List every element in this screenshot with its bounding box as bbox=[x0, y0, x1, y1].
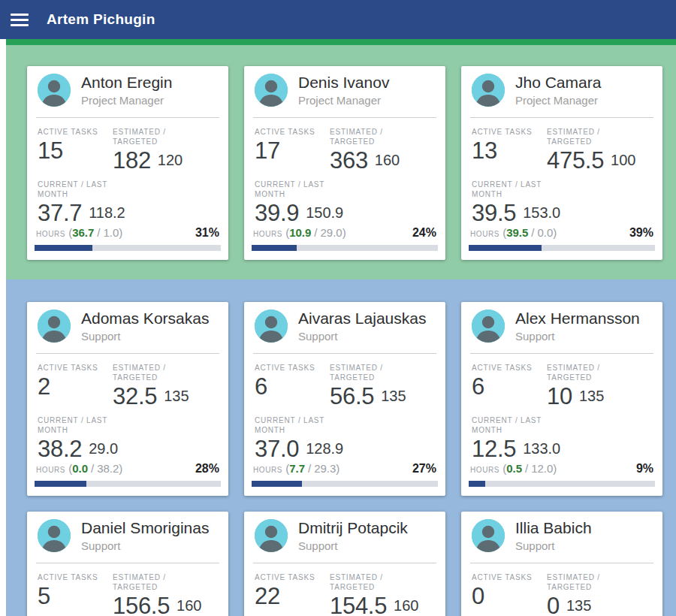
hours-current-value: 10.9 bbox=[289, 226, 311, 239]
member-identity: Denis Ivanov Project Manager bbox=[298, 74, 389, 107]
menu-icon[interactable] bbox=[11, 11, 29, 29]
close-paren: ) bbox=[553, 226, 557, 239]
project-managers-section: Anton Eregin Project Manager ACTIVE TASK… bbox=[6, 45, 676, 279]
person-icon bbox=[255, 519, 288, 552]
card-header: Dmitrij Potapcik Support bbox=[244, 518, 445, 554]
estimated-value: 10 bbox=[547, 384, 572, 409]
member-role: Support bbox=[298, 330, 426, 343]
member-card[interactable]: Aivaras Lajauskas Support ACTIVE TASKS 6… bbox=[244, 302, 445, 496]
hours-last-value: 38.2 bbox=[97, 462, 119, 475]
percent-value: 28% bbox=[195, 462, 219, 476]
hours-slash: / bbox=[531, 226, 534, 239]
member-role: Project Manager bbox=[81, 94, 172, 107]
current-last-month-label: CURRENT / LAST MONTH bbox=[255, 180, 337, 199]
member-card[interactable]: Dmitrij Potapcik Support ACTIVE TASKS 22… bbox=[244, 512, 445, 616]
active-tasks-label: ACTIVE TASKS bbox=[38, 572, 113, 582]
stats-block: ACTIVE TASKS 2 ESTIMATED / TARGETED 32.5… bbox=[27, 354, 228, 462]
stats-block: ACTIVE TASKS 6 ESTIMATED / TARGETED 56.5… bbox=[244, 354, 445, 462]
estimated-targeted-stat: ESTIMATED / TARGETED 363 160 bbox=[330, 127, 400, 174]
estimated-targeted-stat: ESTIMATED / TARGETED 32.5 135 bbox=[113, 363, 189, 409]
member-name: Anton Eregin bbox=[81, 74, 172, 92]
stats-block: ACTIVE TASKS 6 ESTIMATED / TARGETED 10 1… bbox=[461, 354, 662, 462]
hours-label: HOURS bbox=[253, 466, 282, 474]
member-card[interactable]: Anton Eregin Project Manager ACTIVE TASK… bbox=[27, 66, 228, 260]
hours-slash: / bbox=[97, 226, 100, 239]
hours-summary: HOURS(10.9/29.0) bbox=[253, 226, 346, 239]
person-icon bbox=[255, 310, 288, 343]
avatar bbox=[255, 74, 288, 107]
hours-row: HOURS(0.0/38.2) 28% bbox=[27, 462, 228, 476]
current-month-value: 37.0 bbox=[255, 436, 299, 462]
current-last-month-label: CURRENT / LAST MONTH bbox=[38, 180, 120, 199]
person-icon bbox=[38, 519, 71, 552]
estimated-value: 32.5 bbox=[113, 384, 157, 409]
hours-slash: / bbox=[91, 462, 94, 475]
progress-fill bbox=[35, 481, 86, 487]
active-tasks-value: 6 bbox=[255, 374, 330, 400]
targeted-value: 160 bbox=[177, 597, 201, 614]
member-card[interactable]: Alex Hermansson Support ACTIVE TASKS 6 E… bbox=[461, 302, 662, 496]
targeted-value: 135 bbox=[164, 388, 189, 405]
member-card[interactable]: Adomas Korsakas Support ACTIVE TASKS 2 E… bbox=[27, 302, 228, 496]
current-month-value: 38.2 bbox=[38, 436, 82, 462]
estimated-targeted-stat: ESTIMATED / TARGETED 156.5 160 bbox=[113, 572, 201, 616]
member-role: Project Manager bbox=[515, 94, 601, 107]
active-tasks-label: ACTIVE TASKS bbox=[472, 363, 547, 373]
progress-bar bbox=[252, 481, 438, 487]
percent-value: 27% bbox=[412, 462, 436, 476]
last-month-value: 29.0 bbox=[89, 440, 118, 457]
targeted-value: 135 bbox=[381, 388, 406, 405]
targeted-value: 135 bbox=[579, 388, 604, 405]
person-icon bbox=[38, 74, 71, 107]
current-last-month-stat: CURRENT / LAST MONTH 37.0 128.9 bbox=[255, 415, 435, 462]
hours-label: HOURS bbox=[36, 466, 65, 474]
card-header: Illia Babich Support bbox=[461, 518, 662, 554]
active-tasks-value: 22 bbox=[255, 584, 330, 609]
member-role: Support bbox=[81, 330, 209, 343]
support-section: Adomas Korsakas Support ACTIVE TASKS 2 E… bbox=[6, 279, 676, 616]
close-paren: ) bbox=[336, 462, 340, 475]
hours-label: HOURS bbox=[470, 466, 499, 474]
active-tasks-label: ACTIVE TASKS bbox=[255, 572, 330, 582]
stats-block: ACTIVE TASKS 5 ESTIMATED / TARGETED 156.… bbox=[27, 563, 228, 616]
progress-fill bbox=[252, 245, 297, 251]
progress-bar bbox=[469, 245, 655, 251]
hours-last-value: 1.0 bbox=[104, 226, 119, 239]
percent-value: 24% bbox=[412, 226, 436, 240]
member-card[interactable]: Jho Camara Project Manager ACTIVE TASKS … bbox=[461, 66, 662, 260]
hours-last-value: 29.0 bbox=[321, 226, 343, 239]
current-month-value: 12.5 bbox=[472, 436, 516, 462]
active-tasks-value: 17 bbox=[255, 138, 330, 164]
hours-summary: HOURS(7.7/29.3) bbox=[253, 462, 340, 475]
stats-block: ACTIVE TASKS 15 ESTIMATED / TARGETED 182… bbox=[27, 118, 228, 226]
person-icon bbox=[255, 74, 288, 107]
member-card[interactable]: Illia Babich Support ACTIVE TASKS 0 ESTI… bbox=[461, 512, 662, 616]
estimated-targeted-stat: ESTIMATED / TARGETED 475.5 100 bbox=[547, 127, 635, 174]
member-card[interactable]: Daniel Smoriginas Support ACTIVE TASKS 5… bbox=[27, 512, 228, 616]
active-tasks-stat: ACTIVE TASKS 22 bbox=[255, 572, 330, 616]
current-last-month-stat: CURRENT / LAST MONTH 39.5 153.0 bbox=[472, 180, 652, 226]
progress-fill bbox=[469, 481, 485, 487]
percent-value: 31% bbox=[195, 226, 219, 240]
member-name: Illia Babich bbox=[515, 519, 592, 537]
member-role: Support bbox=[81, 539, 209, 552]
targeted-value: 100 bbox=[611, 152, 635, 169]
hours-label: HOURS bbox=[36, 230, 65, 238]
card-header: Anton Eregin Project Manager bbox=[27, 72, 228, 108]
avatar bbox=[38, 74, 71, 107]
member-card[interactable]: Denis Ivanov Project Manager ACTIVE TASK… bbox=[244, 66, 445, 260]
hours-summary: HOURS(0.0/38.2) bbox=[36, 462, 122, 475]
targeted-value: 160 bbox=[394, 597, 418, 614]
estimated-targeted-stat: ESTIMATED / TARGETED 154.5 160 bbox=[330, 572, 418, 616]
active-tasks-value: 5 bbox=[38, 584, 113, 609]
main-content: Anton Eregin Project Manager ACTIVE TASK… bbox=[6, 39, 676, 616]
hours-slash: / bbox=[308, 462, 311, 475]
hours-current-value: 36.7 bbox=[72, 226, 94, 239]
hours-summary: HOURS(36.7/1.0) bbox=[36, 226, 122, 239]
member-role: Project Manager bbox=[298, 94, 389, 107]
progress-bar bbox=[35, 481, 221, 487]
stats-block: ACTIVE TASKS 0 ESTIMATED / TARGETED 0 13… bbox=[461, 563, 662, 616]
close-paren: ) bbox=[553, 462, 557, 475]
estimated-targeted-label: ESTIMATED / TARGETED bbox=[330, 572, 399, 592]
progress-bar bbox=[469, 481, 655, 487]
